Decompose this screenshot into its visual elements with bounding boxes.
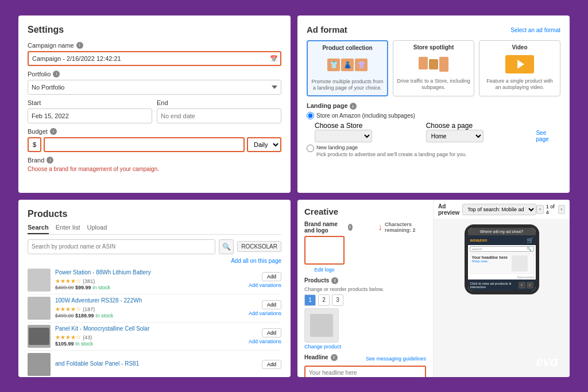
phone-next-btn[interactable]: › xyxy=(527,282,533,289)
products-sublabel: Change or reorder products below. xyxy=(304,286,426,292)
prod-num-2[interactable]: 2 xyxy=(318,294,330,306)
settings-panel: Settings Campaign name i 📅 Portfolio i N… xyxy=(18,15,291,193)
phone-prev-btn[interactable]: ‹ xyxy=(519,282,525,289)
brand-filter-badge[interactable]: ROCKSOLAR xyxy=(237,241,281,252)
landing-info-icon: i xyxy=(350,103,357,110)
product-name-2: 100W Adventurer RS328 - 222Wh xyxy=(55,297,244,304)
settings-title: Settings xyxy=(28,25,281,35)
creative-product-thumb: Change product xyxy=(304,308,341,350)
phone-bottom-bar: Click to view ad products & interaction … xyxy=(468,280,536,291)
phone-nav-arrows: ‹ › xyxy=(519,282,533,289)
phone-product-image xyxy=(512,255,528,271)
prod-num-1[interactable]: 1 xyxy=(304,294,316,306)
new-landing-radio-input[interactable] xyxy=(307,145,314,152)
headline-input[interactable] xyxy=(304,366,426,377)
ad-preview-header: Ad preview Top of search: Mobile ad ‹ 1 … xyxy=(434,200,570,220)
sponsored-text: Sponsored xyxy=(468,275,536,280)
pc-box-3: 👚 xyxy=(355,59,368,71)
ad-format-panel: Ad format Select an ad format Product co… xyxy=(297,15,570,193)
ad-option-video[interactable]: Video Feature a single product with an a… xyxy=(479,40,560,96)
phone-ad-block: Your headline here Shop now› xyxy=(470,253,534,274)
product-price-1: $499.99 $99.99 In stock xyxy=(55,285,244,290)
product-search-input[interactable] xyxy=(28,239,215,254)
choose-page-select[interactable]: Home xyxy=(426,130,483,142)
budget-input[interactable] xyxy=(44,137,245,152)
preview-prev-btn[interactable]: ‹ xyxy=(536,205,543,214)
phone-outer: Where will my ad show? amazon 🛒 search 🔍 xyxy=(465,224,539,294)
campaign-name-group: Campaign name i 📅 xyxy=(28,42,281,66)
preview-navigation: ‹ 1 of 4 › xyxy=(536,204,565,215)
ad-option-store-spotlight[interactable]: Store spotlight Drive traffic to a Store… xyxy=(393,40,474,96)
product-actions-4: Add xyxy=(262,360,281,369)
budget-dollar-sign: $ xyxy=(28,137,41,152)
brand-info-icon: i xyxy=(47,157,53,164)
brand-logo-info-icon: i xyxy=(348,224,353,231)
see-page-link[interactable]: See page xyxy=(536,130,560,142)
product-thumb-4 xyxy=(28,353,51,376)
store-on-amazon-radio-input[interactable] xyxy=(307,112,314,119)
tab-upload[interactable]: Upload xyxy=(87,224,107,234)
choose-store-select[interactable] xyxy=(315,130,372,142)
tab-enter-list[interactable]: Enter list xyxy=(56,224,80,234)
phone-bottom-text: Click to view ad products & interaction xyxy=(470,282,519,289)
ss-box-2 xyxy=(429,59,438,69)
campaign-name-input[interactable] xyxy=(28,51,281,66)
product-info-2: 100W Adventurer RS328 - 222Wh ★★★★☆ (187… xyxy=(55,297,244,319)
edit-logo-link[interactable]: Edit logo xyxy=(304,267,345,273)
add-button-1[interactable]: Add xyxy=(262,272,281,281)
add-button-3[interactable]: Add xyxy=(262,328,281,337)
add-variations-2[interactable]: Add variations xyxy=(249,311,281,316)
new-landing-option: New landing page Pick products to advert… xyxy=(307,145,560,157)
end-date-input[interactable] xyxy=(157,108,281,123)
add-variations-1[interactable]: Add variations xyxy=(249,282,281,288)
creative-title: Creative xyxy=(304,207,426,216)
product-collection-illustration: 👕 👗 👚 xyxy=(311,53,384,76)
change-product-link[interactable]: Change product xyxy=(304,344,341,350)
phone-amazon-header: amazon 🛒 xyxy=(468,235,536,245)
creative-left-section: Creative Brand name and logo i ↓ Charact… xyxy=(297,200,434,377)
phone-headline: Your headline here xyxy=(472,255,508,259)
play-icon xyxy=(517,60,524,69)
ad-option-product-collection[interactable]: Product collection 👕 👗 👚 Promote multipl… xyxy=(307,40,388,96)
logo-box[interactable] xyxy=(304,236,345,265)
calendar-icon: 📅 xyxy=(270,55,278,62)
ad-preview-label: Ad preview xyxy=(438,203,462,216)
start-date-input[interactable] xyxy=(28,108,152,123)
landing-page-label: Landing page i xyxy=(307,102,560,110)
store-spotlight-title: Store spotlight xyxy=(397,44,470,51)
add-variations-3[interactable]: Add variations xyxy=(249,339,281,344)
add-button-2[interactable]: Add xyxy=(262,300,281,309)
phone-search-bar: search 🔍 xyxy=(470,246,534,252)
product-thumb-3 xyxy=(28,325,51,348)
messaging-guidelines-link[interactable]: See messaging guidelines xyxy=(366,356,426,362)
product-price-2: $499.00 $189.99 In stock xyxy=(55,313,244,319)
start-label: Start xyxy=(28,99,152,106)
brand-group: Brand i Choose a brand for management of… xyxy=(28,157,281,172)
products-tabs: Search Enter list Upload xyxy=(28,224,281,235)
select-ad-format-link[interactable]: Select an ad format xyxy=(510,27,560,33)
add-button-4[interactable]: Add xyxy=(262,360,281,369)
date-row: Start End xyxy=(28,99,281,123)
tab-search[interactable]: Search xyxy=(28,224,49,234)
portfolio-select[interactable]: No Portfolio xyxy=(28,80,281,95)
budget-period-select[interactable]: Daily xyxy=(247,137,281,152)
search-button[interactable]: 🔍 xyxy=(219,239,234,254)
products-info-icon: i xyxy=(331,277,338,284)
add-all-link[interactable]: Add all on this page xyxy=(28,258,281,264)
product-thumb-1 xyxy=(28,269,51,292)
store-on-amazon-radio[interactable]: Store on Amazon (including subpages) xyxy=(307,112,560,119)
preview-next-btn[interactable]: › xyxy=(558,205,565,214)
landing-page-section: Landing page i Store on Amazon (includin… xyxy=(307,102,560,157)
product-number-row: 1 2 3 xyxy=(304,294,426,306)
video-illustration xyxy=(483,53,556,76)
products-section-label: Products i xyxy=(304,277,426,284)
pc-box-2: 👗 xyxy=(341,59,354,71)
headline-info-icon: i xyxy=(331,354,338,361)
preview-page: 1 of 4 xyxy=(546,204,556,215)
logo-arrow: ↓ xyxy=(378,222,382,232)
ad-preview-select[interactable]: Top of search: Mobile ad xyxy=(462,204,536,215)
ad-preview-pane: Ad preview Top of search: Mobile ad ‹ 1 … xyxy=(434,200,570,377)
prod-num-3[interactable]: 3 xyxy=(332,294,343,306)
product-item-4: and Foldable Solar Panel - RS81 Add xyxy=(28,351,281,377)
campaign-name-label: Campaign name i xyxy=(28,42,281,49)
